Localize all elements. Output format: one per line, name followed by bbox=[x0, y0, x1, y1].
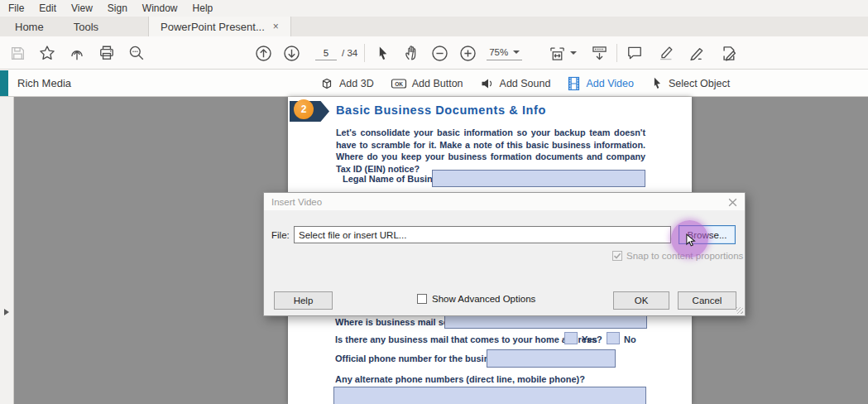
page-up-icon[interactable] bbox=[252, 42, 274, 64]
add-button-label: Add Button bbox=[412, 78, 463, 89]
add-video-label: Add Video bbox=[586, 78, 633, 89]
add-sound-button[interactable]: Add Sound bbox=[480, 76, 551, 91]
zoom-out-icon[interactable] bbox=[429, 42, 450, 64]
add-3d-label: Add 3D bbox=[339, 78, 374, 89]
menu-bar: File Edit View Sign Window Help bbox=[0, 0, 868, 17]
file-url-input[interactable] bbox=[294, 226, 671, 243]
menu-help[interactable]: Help bbox=[193, 2, 213, 14]
fit-width-icon[interactable] bbox=[546, 42, 568, 64]
fill-sign-icon[interactable] bbox=[687, 42, 708, 64]
select-arrow-icon bbox=[650, 76, 664, 90]
navigation-pane-strip[interactable] bbox=[0, 97, 14, 404]
menu-file[interactable]: File bbox=[8, 2, 24, 14]
select-object-label: Select Object bbox=[669, 78, 730, 89]
file-label: File: bbox=[271, 230, 290, 240]
home-address-question: Is there any business mail that comes to… bbox=[335, 334, 602, 344]
comment-icon[interactable] bbox=[624, 42, 645, 64]
page-down-icon[interactable] bbox=[281, 42, 302, 64]
yes-checkbox[interactable] bbox=[564, 332, 578, 344]
svg-text:OK: OK bbox=[395, 80, 403, 86]
tab-home-label: Home bbox=[15, 21, 44, 33]
zoom-level-dropdown[interactable]: 75% bbox=[487, 46, 522, 60]
tab-bar: Home Tools PowerPoint Present... × bbox=[0, 17, 868, 36]
section-number-badge: 2 bbox=[294, 99, 314, 119]
page-total-label: / 34 bbox=[342, 48, 357, 58]
menu-window[interactable]: Window bbox=[142, 2, 178, 14]
tab-document-label: PowerPoint Present... bbox=[161, 21, 265, 33]
advanced-checkbox-icon bbox=[417, 294, 427, 304]
video-filmstrip-icon bbox=[567, 76, 581, 91]
mouse-cursor-icon bbox=[685, 233, 697, 250]
zoom-level-label: 75% bbox=[489, 47, 508, 57]
toolbar-divider bbox=[364, 44, 365, 62]
legal-name-field[interactable] bbox=[432, 170, 645, 187]
tab-document[interactable]: PowerPoint Present... × bbox=[148, 17, 291, 36]
resize-grip[interactable] bbox=[736, 307, 743, 314]
search-icon[interactable] bbox=[126, 42, 147, 64]
tab-close-icon[interactable]: × bbox=[273, 22, 279, 31]
help-button[interactable]: Help bbox=[274, 291, 333, 310]
ok-button[interactable]: OK bbox=[613, 291, 669, 310]
ok-button-icon: OK bbox=[391, 76, 407, 91]
mail-sent-label: Where is business mail sent? bbox=[335, 317, 463, 327]
acrobat-window: File Edit View Sign Window Help Home Too… bbox=[0, 0, 868, 404]
add-sound-label: Add Sound bbox=[500, 78, 551, 89]
toolbar-divider bbox=[616, 44, 617, 62]
no-checkbox[interactable] bbox=[607, 332, 620, 344]
star-icon[interactable] bbox=[36, 42, 58, 64]
print-icon[interactable] bbox=[96, 42, 117, 64]
page-number-input[interactable] bbox=[315, 46, 337, 60]
menu-edit[interactable]: Edit bbox=[39, 2, 56, 14]
tab-tools-label: Tools bbox=[74, 21, 98, 33]
insert-video-dialog: Insert Video File: Browse... Snap to con… bbox=[263, 192, 746, 316]
cube-3d-icon bbox=[319, 76, 334, 91]
dialog-title: Insert Video bbox=[271, 197, 322, 207]
phone-label: Official phone number for the business: bbox=[335, 354, 507, 363]
no-label: No bbox=[624, 334, 636, 344]
alt-phone-field[interactable] bbox=[333, 387, 646, 404]
dialog-titlebar[interactable]: Insert Video bbox=[264, 193, 745, 210]
reading-mode-icon[interactable] bbox=[588, 42, 610, 64]
add-video-button[interactable]: Add Video bbox=[567, 76, 633, 91]
zoom-in-icon[interactable] bbox=[457, 42, 478, 64]
main-toolbar: / 34 75% bbox=[0, 36, 868, 70]
speaker-icon bbox=[480, 76, 495, 91]
menu-sign[interactable]: Sign bbox=[108, 2, 127, 14]
rich-media-toolbar: Rich Media Add 3D OK Add Button Add Soun… bbox=[0, 70, 868, 97]
add-3d-button[interactable]: Add 3D bbox=[319, 76, 374, 91]
snap-checkbox-icon bbox=[612, 251, 622, 261]
show-advanced-option[interactable]: Show Advanced Options bbox=[417, 294, 535, 304]
save-icon[interactable] bbox=[7, 42, 28, 64]
expand-pane-icon[interactable] bbox=[4, 309, 9, 315]
hand-tool-icon[interactable] bbox=[400, 42, 422, 64]
highlighter-icon[interactable] bbox=[655, 42, 677, 64]
select-tool-icon[interactable] bbox=[372, 42, 393, 64]
share-icon[interactable] bbox=[66, 42, 88, 64]
tab-tools[interactable]: Tools bbox=[59, 17, 113, 36]
phone-field[interactable] bbox=[487, 349, 616, 368]
close-icon[interactable] bbox=[727, 196, 738, 207]
advanced-label: Show Advanced Options bbox=[432, 294, 535, 304]
yes-label: Yes bbox=[582, 334, 597, 344]
alt-phone-label: Any alternate phone numbers (direct line… bbox=[335, 374, 585, 384]
add-button-button[interactable]: OK Add Button bbox=[391, 76, 463, 91]
section-heading: Basic Business Documents & Info bbox=[336, 103, 546, 117]
fit-options-caret-icon[interactable] bbox=[570, 51, 577, 55]
tab-home[interactable]: Home bbox=[0, 17, 59, 36]
section-paragraph: Let's consolidate your basic information… bbox=[336, 127, 645, 175]
chevron-down-icon bbox=[513, 50, 520, 54]
edit-pdf-icon[interactable] bbox=[718, 42, 740, 64]
menu-view[interactable]: View bbox=[71, 2, 93, 14]
rich-media-accent-bar bbox=[0, 70, 8, 96]
select-object-button[interactable]: Select Object bbox=[650, 76, 730, 90]
rich-media-title: Rich Media bbox=[17, 77, 71, 89]
cancel-button[interactable]: Cancel bbox=[678, 291, 736, 310]
